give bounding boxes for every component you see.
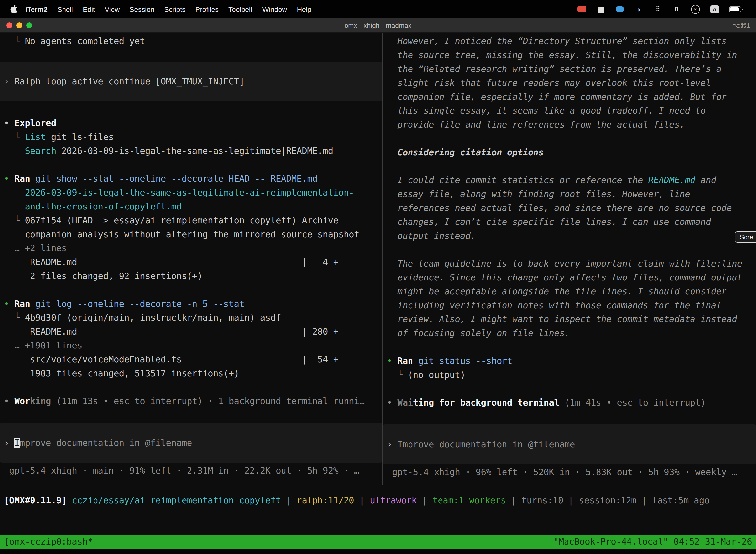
omx-status-line: [OMX#0.11.9] cczip/essay/ai-reimplementa… bbox=[0, 493, 756, 507]
menu-scripts[interactable]: Scripts bbox=[159, 5, 190, 13]
screen-recording-icon[interactable] bbox=[577, 6, 586, 12]
terminal-line: slight risk that future readers may over… bbox=[383, 76, 756, 90]
terminal-line: src/voice/voiceModeEnabled.ts | 54 + bbox=[0, 352, 382, 366]
omx-status-area: [OMX#0.11.9] cczip/essay/ai-reimplementa… bbox=[0, 485, 756, 535]
terminal-line: README.md | 280 + bbox=[0, 325, 382, 339]
terminal-line: this single essay, it seems like a good … bbox=[383, 104, 756, 118]
menu-iterm2[interactable]: iTerm2 bbox=[20, 5, 53, 13]
terminal-line: 2026-03-09-is-legal-the-same-as-legitima… bbox=[0, 186, 382, 200]
terminal-line: I could cite commit statistics or refere… bbox=[383, 173, 756, 187]
terminal-line: └ (no output) bbox=[383, 368, 756, 382]
terminal-line: • Ran git status --short bbox=[383, 354, 756, 368]
terminal-line: Search 2026-03-09-is-legal-the-same-as-l… bbox=[0, 144, 382, 158]
tmux-host-clock: "MacBook-Pro-44.local" 04:52 31-Mar-26 bbox=[553, 535, 752, 549]
terminal-line: However, I noticed the “Directory Struct… bbox=[383, 34, 756, 48]
terminal-line: └ 4b9d30f (origin/main, instructkr/main,… bbox=[0, 311, 382, 325]
terminal-line: └ No agents completed yet bbox=[0, 34, 382, 48]
terminal-line: of focusing solely on file lines. bbox=[383, 326, 756, 340]
tmux-session-label: [omx-cczip0:bash* bbox=[4, 535, 93, 549]
title-bar[interactable]: omx --xhigh --madmax ⌥⌘1 bbox=[0, 18, 756, 33]
pane-right[interactable]: However, I noticed the “Directory Struct… bbox=[383, 33, 756, 485]
apple-icon[interactable] bbox=[10, 5, 17, 13]
dots-grid-icon[interactable]: ⠿ bbox=[653, 5, 662, 14]
terminal-line: evidence. Since this change only affects… bbox=[383, 271, 756, 284]
menu-toolbelt[interactable]: Toolbelt bbox=[224, 5, 257, 13]
terminal-line: essay file, along with finding root file… bbox=[383, 187, 756, 201]
menu-profiles[interactable]: Profiles bbox=[190, 5, 224, 13]
terminal-line: README.md | 4 + bbox=[0, 255, 382, 269]
ralph-loop-notice: › Ralph loop active continue [OMX_TMUX_I… bbox=[0, 62, 382, 101]
blank-line bbox=[0, 158, 382, 172]
terminal-line: • Ran git show --stat --oneline --decora… bbox=[0, 172, 382, 186]
terminal-line: Considering citation options bbox=[383, 146, 756, 159]
terminal-line: • Working (11m 13s • esc to interrupt) ·… bbox=[0, 394, 382, 408]
terminal-line: the source tree, missing the essay. Stil… bbox=[383, 48, 756, 62]
number-8-icon[interactable]: 8 bbox=[672, 5, 681, 14]
blank-line bbox=[383, 159, 756, 173]
terminal-line: companion analysis without altering the … bbox=[0, 227, 382, 241]
terminal-line: output instead. bbox=[383, 229, 756, 243]
pane-status-line: gpt-5.4 xhigh · main · 91% left · 2.31M … bbox=[0, 464, 382, 478]
menu-status-icons: ▦◑⠿8.61A bbox=[577, 5, 741, 14]
menu-window[interactable]: Window bbox=[257, 5, 292, 13]
terminal-line: … +2 lines bbox=[0, 241, 382, 255]
blank-line bbox=[383, 131, 756, 146]
window-title: omx --xhigh --madmax bbox=[0, 21, 756, 29]
terminal-line: including verification notes with those … bbox=[383, 298, 756, 312]
menu-session[interactable]: Session bbox=[125, 5, 159, 13]
terminal-line: review. Also, I might want to inspect th… bbox=[383, 312, 756, 326]
terminal-area: └ No agents completed yet› Ralph loop ac… bbox=[0, 33, 756, 485]
screen: iTerm2ShellEditViewSessionScriptsProfile… bbox=[0, 0, 756, 554]
screen-bottom-filler bbox=[0, 549, 756, 554]
terminal-line: companion file, especially if more comme… bbox=[383, 90, 756, 104]
blank-line bbox=[0, 283, 382, 297]
prompt-input[interactable]: › Improve documentation in @filename bbox=[0, 423, 382, 463]
box-line: › Ralph loop active continue [OMX_TMUX_I… bbox=[0, 74, 382, 88]
box-line: › Improve documentation in @filename bbox=[383, 437, 756, 451]
terminal-line: … +1901 lines bbox=[0, 339, 382, 352]
input-source-icon[interactable]: A bbox=[710, 5, 719, 13]
menu-view[interactable]: View bbox=[100, 5, 125, 13]
blank-line bbox=[383, 382, 756, 396]
menu-help[interactable]: Help bbox=[292, 5, 316, 13]
terminal-line: 2 files changed, 92 insertions(+) bbox=[0, 269, 382, 283]
terminal-line: └ List git ls-files bbox=[0, 130, 382, 144]
blank-line bbox=[383, 340, 756, 354]
window-shortcut: ⌥⌘1 bbox=[733, 21, 750, 29]
blank-line bbox=[0, 380, 382, 394]
terminal-line: provide file and line references from th… bbox=[383, 118, 756, 131]
blank-line bbox=[383, 243, 756, 257]
terminal-line: references need actual files, and since … bbox=[383, 201, 756, 215]
terminal-line: the “Related research writing” section i… bbox=[383, 62, 756, 76]
terminal-line: • Waiting for background terminal (1m 41… bbox=[383, 396, 756, 409]
terminal-line: 1903 files changed, 513517 insertions(+) bbox=[0, 366, 382, 380]
dark-circle-icon[interactable]: ◑ bbox=[634, 5, 643, 14]
pane-left[interactable]: └ No agents completed yet› Ralph loop ac… bbox=[0, 33, 382, 485]
gauge-icon[interactable]: .61 bbox=[691, 5, 700, 14]
terminal-line: The team guideline is to back every impo… bbox=[383, 257, 756, 271]
terminal-line: • Explored bbox=[0, 116, 382, 130]
menu-edit[interactable]: Edit bbox=[78, 5, 100, 13]
terminal-line: and-the-erosion-of-copyleft.md bbox=[0, 200, 382, 214]
blue-app-icon[interactable] bbox=[616, 6, 624, 12]
pane-status-line: gpt-5.4 xhigh · 96% left · 520K in · 5.8… bbox=[383, 465, 756, 479]
prompt-input[interactable]: › Improve documentation in @filename bbox=[383, 425, 756, 464]
grid-icon[interactable]: ▦ bbox=[597, 5, 605, 14]
terminal-line: • Ran git log --oneline --decorate -n 5 … bbox=[0, 297, 382, 311]
tmux-status-bar: [omx-cczip0:bash* "MacBook-Pro-44.local"… bbox=[0, 535, 756, 549]
menu-shell[interactable]: Shell bbox=[53, 5, 78, 13]
terminal-line: └ 067f154 (HEAD -> essay/ai-reimplementa… bbox=[0, 214, 382, 227]
terminal-line: changes, I can’t cite specific file line… bbox=[383, 215, 756, 229]
terminal-line: might be acceptable alongside the file l… bbox=[383, 284, 756, 298]
menu-bar: iTerm2ShellEditViewSessionScriptsProfile… bbox=[0, 0, 756, 18]
screen-overlay-tab[interactable]: Scre bbox=[735, 231, 756, 243]
menu-items: iTerm2ShellEditViewSessionScriptsProfile… bbox=[20, 5, 316, 13]
box-line: › Improve documentation in @filename bbox=[0, 436, 382, 450]
battery-icon[interactable] bbox=[729, 6, 741, 12]
